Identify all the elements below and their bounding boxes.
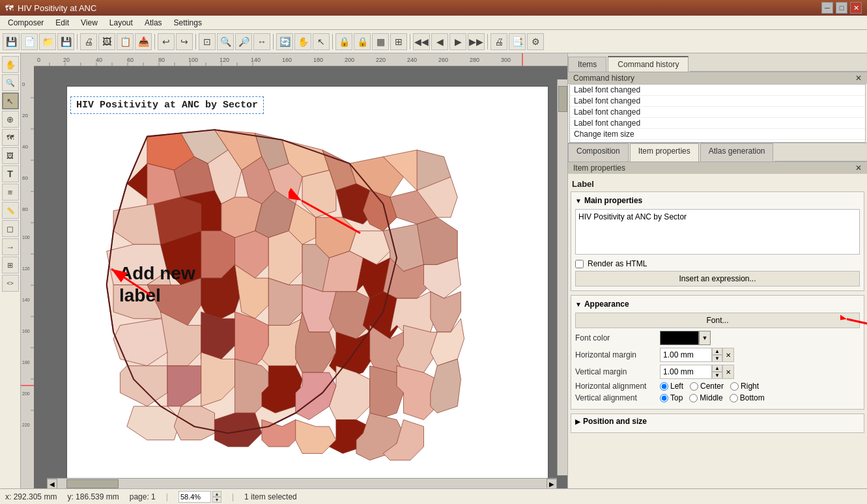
vertical-scroll-thumb[interactable] (558, 86, 567, 112)
h-margin-clear-button[interactable]: ✕ (722, 348, 734, 362)
cmd-item-4[interactable]: Change item size (570, 129, 865, 140)
v-align-top-radio[interactable] (660, 394, 668, 402)
select-tool-button[interactable]: ↖ (2, 92, 19, 109)
select-button[interactable]: ↖ (313, 33, 330, 50)
cmd-item-1[interactable]: Label font changed (570, 96, 865, 107)
h-margin-input[interactable] (660, 348, 712, 362)
insert-expression-button[interactable]: Insert an expression... (575, 271, 860, 287)
font-button[interactable]: Font... (575, 313, 860, 328)
refresh-button[interactable]: 🔄 (276, 33, 293, 50)
cmd-item-5[interactable]: Change item position (570, 140, 865, 143)
zoom-input[interactable] (178, 491, 211, 503)
export-pdf-button[interactable]: 📋 (117, 33, 134, 50)
maximize-button[interactable]: □ (836, 2, 847, 14)
add-text-button[interactable]: T (2, 165, 19, 182)
add-legend-button[interactable]: ≡ (2, 184, 19, 201)
h-align-center-radio[interactable] (690, 382, 698, 391)
v-margin-input[interactable] (660, 365, 712, 379)
cmd-item-3[interactable]: Label font changed (570, 118, 865, 129)
scroll-left-button[interactable]: ◀ (47, 479, 57, 488)
zoom-out-button[interactable]: 🔎 (235, 33, 252, 50)
menu-settings[interactable]: Settings (169, 17, 207, 29)
zoom-up-button[interactable]: ▲ (212, 491, 221, 497)
cmd-item-0[interactable]: Label font changed (570, 85, 865, 96)
menu-view[interactable]: View (76, 17, 103, 29)
lock2-button[interactable]: 🔒 (354, 33, 371, 50)
menu-layout[interactable]: Layout (104, 17, 138, 29)
lock-button[interactable]: 🔒 (335, 33, 352, 50)
atlas-settings-button[interactable]: ⚙ (527, 33, 544, 50)
font-color-dropdown-button[interactable]: ▼ (699, 331, 711, 345)
tab-atlas-generation[interactable]: Atlas generation (700, 143, 774, 161)
cmd-close-icon[interactable]: ✕ (855, 74, 862, 83)
import-button[interactable]: 📥 (135, 33, 152, 50)
h-align-right-radio[interactable] (730, 382, 739, 391)
item-props-close-icon[interactable]: ✕ (855, 163, 862, 173)
undo-button[interactable]: ↩ (158, 33, 175, 50)
snap-button[interactable]: ⊞ (390, 33, 407, 50)
tab-composition[interactable]: Composition (568, 143, 629, 161)
move-item-button[interactable]: ⊕ (2, 111, 19, 128)
cmd-history-list[interactable]: Label font changed Label font changed La… (569, 84, 866, 143)
zoom-width-button[interactable]: ↔ (253, 33, 270, 50)
v-margin-up-button[interactable]: ▲ (712, 365, 722, 372)
h-align-left-label[interactable]: Left (660, 382, 683, 391)
tab-item-properties[interactable]: Item properties (630, 143, 699, 161)
print-button[interactable]: 🖨 (80, 33, 97, 50)
h-margin-up-button[interactable]: ▲ (712, 348, 722, 355)
pan-button[interactable]: ✋ (294, 33, 311, 50)
v-margin-down-button[interactable]: ▼ (712, 372, 722, 379)
font-color-swatch[interactable] (660, 331, 699, 345)
menu-atlas[interactable]: Atlas (139, 17, 167, 29)
main-props-textarea[interactable] (575, 209, 860, 255)
minimize-button[interactable]: ─ (821, 2, 833, 14)
nav-next[interactable]: ▶ (449, 33, 466, 50)
horizontal-scrollbar[interactable]: ◀ ▶ (47, 478, 557, 488)
h-margin-down-button[interactable]: ▼ (712, 355, 722, 362)
tab-command-history[interactable]: Command history (608, 56, 689, 72)
canvas-area[interactable]: 0 20 40 60 80 100 120 140 160 180 200 22… (21, 53, 567, 488)
render-html-checkbox[interactable] (575, 260, 584, 268)
add-html-button[interactable]: <> (2, 275, 19, 292)
h-align-left-radio[interactable] (660, 382, 668, 391)
pan-hand-button[interactable]: ✋ (2, 56, 19, 73)
zoom-tool-button[interactable]: 🔍 (2, 74, 19, 91)
add-image-button[interactable]: 🖼 (2, 147, 19, 164)
nav-first[interactable]: ◀◀ (413, 33, 430, 50)
nav-prev[interactable]: ◀ (431, 33, 448, 50)
add-shape-button[interactable]: ◻ (2, 220, 19, 237)
vertical-scrollbar[interactable] (557, 79, 567, 475)
new-button[interactable]: 📄 (21, 33, 38, 50)
v-align-middle-label[interactable]: Middle (689, 393, 722, 402)
map-title-label[interactable]: HIV Positivity at ANC by Sector (70, 96, 264, 114)
close-button[interactable]: ✕ (850, 2, 862, 14)
print2-button[interactable]: 🖨 (490, 33, 507, 50)
zoom-full-button[interactable]: ⊡ (199, 33, 216, 50)
save2-button[interactable]: 💾 (57, 33, 74, 50)
add-arrow-button[interactable]: → (2, 238, 19, 255)
nav-last[interactable]: ▶▶ (468, 33, 485, 50)
pdf-button[interactable]: 📑 (509, 33, 526, 50)
export-image-button[interactable]: 🖼 (98, 33, 115, 50)
add-table-button[interactable]: ⊞ (2, 257, 19, 273)
open-button[interactable]: 📁 (39, 33, 56, 50)
h-align-right-label[interactable]: Right (730, 382, 759, 391)
add-map-button[interactable]: 🗺 (2, 129, 19, 146)
zoom-in-button[interactable]: 🔍 (217, 33, 234, 50)
add-scalebar-button[interactable]: 📏 (2, 202, 19, 219)
v-margin-clear-button[interactable]: ✕ (722, 365, 734, 379)
zoom-down-button[interactable]: ▼ (212, 497, 221, 503)
tab-items[interactable]: Items (568, 57, 606, 72)
v-align-top-label[interactable]: Top (660, 393, 683, 402)
h-align-center-label[interactable]: Center (690, 382, 724, 391)
menu-composer[interactable]: Composer (3, 17, 49, 29)
v-align-bottom-label[interactable]: Bottom (730, 393, 765, 402)
scroll-right-button[interactable]: ▶ (547, 479, 557, 488)
v-align-middle-radio[interactable] (689, 394, 698, 402)
grid-button[interactable]: ▦ (372, 33, 389, 50)
cmd-item-2[interactable]: Label font changed (570, 107, 865, 118)
redo-button[interactable]: ↪ (176, 33, 193, 50)
v-align-bottom-radio[interactable] (730, 394, 738, 402)
save-button[interactable]: 💾 (3, 33, 20, 50)
canvas-content[interactable]: HIV Positivity at ANC by Sector (34, 66, 567, 488)
